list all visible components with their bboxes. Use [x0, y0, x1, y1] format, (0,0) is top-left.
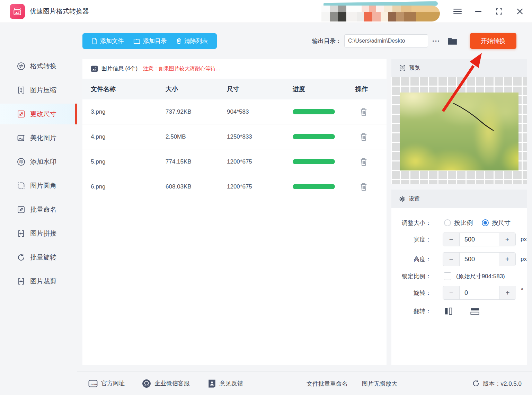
sidebar-item-batch-rename[interactable]: 批量命名 — [0, 199, 77, 220]
radio-by-size-circle[interactable] — [482, 219, 489, 226]
version-info[interactable]: 版本：v2.0.5.0 — [472, 379, 522, 387]
official-website-label: 官方网址 — [101, 379, 125, 387]
width-increment-button[interactable]: + — [499, 233, 515, 246]
delete-row-icon[interactable] — [360, 182, 368, 191]
resize-icon — [17, 109, 26, 119]
menu-icon[interactable] — [453, 7, 462, 16]
width-decrement-button[interactable]: − — [443, 233, 460, 246]
clear-list-button[interactable]: 清除列表 — [171, 33, 213, 49]
resize-mode-row: 调整大小： 按比例 按尺寸 — [399, 216, 527, 230]
sidebar-item-label: 批量命名 — [30, 205, 56, 214]
cell-filename: 6.png — [91, 183, 166, 190]
height-value[interactable]: 500 — [460, 253, 499, 266]
col-dimensions: 尺寸 — [227, 85, 293, 93]
col-filename: 文件名称 — [91, 85, 166, 93]
rounded-corner-icon — [17, 181, 26, 190]
browse-more-button[interactable]: ··· — [432, 37, 440, 45]
col-size: 大小 — [166, 85, 227, 93]
cell-dimensions: 1200*675 — [227, 158, 293, 165]
wechat-service-icon — [142, 379, 151, 388]
start-convert-button[interactable]: 开始转换 — [470, 33, 516, 49]
radio-by-size[interactable]: 按尺寸 — [482, 219, 511, 227]
sidebar-item-watermark[interactable]: 印 添加水印 — [0, 151, 77, 172]
maximize-icon[interactable] — [495, 7, 504, 16]
sidebar-item-stitch[interactable]: 图片拼接 — [0, 223, 77, 244]
height-row: 高度： − 500 + px — [399, 252, 527, 266]
flip-vertical-icon[interactable] — [469, 307, 481, 316]
height-increment-button[interactable]: + — [499, 253, 515, 266]
progress-bar — [293, 159, 335, 164]
table-row[interactable]: 4.png 2.50MB 1250*833 — [82, 124, 387, 149]
radio-by-ratio-circle[interactable] — [444, 219, 451, 226]
sidebar-item-beautify[interactable]: 美化图片 — [0, 128, 77, 148]
sidebar-item-batch-rotate[interactable]: 批量旋转 — [0, 247, 77, 268]
feedback-link[interactable]: 意见反馈 — [208, 379, 243, 388]
radio-by-ratio-label: 按比例 — [454, 219, 473, 227]
beautify-icon — [17, 133, 26, 142]
radio-by-ratio[interactable]: 按比例 — [444, 219, 473, 227]
width-value[interactable]: 500 — [460, 233, 499, 246]
rotate-stepper: − 0 + — [443, 286, 516, 300]
official-website-link[interactable]: .com 官方网址 — [88, 379, 125, 388]
height-decrement-button[interactable]: − — [443, 253, 460, 266]
clear-list-icon — [176, 38, 181, 44]
titlebar: 优速图片格式转换器 — [0, 0, 532, 23]
wechat-service-label: 企业微信客服 — [154, 379, 190, 387]
table-row[interactable]: 5.png 774.15KB 1200*675 — [82, 149, 387, 174]
delete-row-icon[interactable] — [360, 132, 368, 141]
minimize-icon[interactable] — [474, 7, 483, 16]
output-directory-input[interactable] — [344, 34, 428, 47]
original-size-hint: (原始尺寸904:583) — [456, 272, 505, 280]
rotate-decrement-button[interactable]: − — [443, 286, 460, 299]
sidebar-item-format-convert[interactable]: 格式转换 — [0, 56, 77, 77]
app-logo-icon — [10, 4, 25, 19]
cell-dimensions: 1200*675 — [227, 183, 293, 190]
resize-mode-label: 调整大小： — [399, 219, 431, 227]
svg-text:.com: .com — [90, 383, 97, 386]
rotate-value[interactable]: 0 — [460, 286, 499, 299]
flip-label: 翻转： — [399, 307, 431, 315]
rotate-increment-button[interactable]: + — [499, 286, 516, 299]
window-controls — [453, 0, 524, 23]
sidebar-item-label: 图片裁剪 — [30, 277, 56, 286]
add-file-label: 添加文件 — [100, 37, 124, 45]
width-label: 宽度： — [399, 236, 431, 244]
table-header: 文件名称 大小 尺寸 进度 操作 — [82, 79, 387, 99]
image-info-strip: 图片信息 (4个) 注意：如果图片较大请耐心等待... — [82, 59, 387, 79]
cell-dimensions: 1250*833 — [227, 133, 293, 140]
add-file-button[interactable]: 添加文件 — [87, 33, 128, 49]
rotate-label: 旋转： — [399, 289, 431, 297]
progress-bar — [293, 109, 335, 114]
add-directory-button[interactable]: 添加目录 — [128, 33, 171, 49]
delete-row-icon[interactable] — [360, 157, 368, 166]
lossless-enlarge-link[interactable]: 图片无损放大 — [362, 379, 397, 387]
open-folder-icon[interactable] — [447, 36, 458, 45]
sidebar-item-crop[interactable]: 图片裁剪 — [0, 271, 77, 292]
footer: .com 官方网址 企业微信客服 意见反馈 文件批量重命名 图片无损放大 — [77, 371, 532, 395]
radio-by-size-label: 按尺寸 — [492, 219, 511, 227]
rotate-row: 旋转： − 0 + ° — [399, 286, 527, 300]
wechat-service-link[interactable]: 企业微信客服 — [142, 379, 190, 388]
add-directory-label: 添加目录 — [143, 37, 167, 45]
flip-horizontal-icon[interactable] — [444, 306, 453, 316]
lock-ratio-row: 锁定比例： (原始尺寸904:583) — [399, 271, 527, 281]
sidebar-item-label: 格式转换 — [30, 62, 56, 71]
app-title: 优速图片格式转换器 — [30, 7, 89, 16]
sidebar-item-resize[interactable]: 更改尺寸 — [0, 104, 77, 124]
lock-ratio-checkbox[interactable] — [444, 272, 451, 280]
delete-row-icon[interactable] — [360, 107, 368, 116]
crop-icon — [17, 277, 26, 286]
sidebar-item-label: 图片拼接 — [30, 229, 56, 238]
sidebar-item-label: 添加水印 — [30, 157, 56, 166]
settings-title: 设置 — [409, 195, 420, 203]
sidebar-item-rounded-corner[interactable]: 图片圆角 — [0, 175, 77, 196]
sidebar-item-compress[interactable]: 图片压缩 — [0, 80, 77, 100]
table-row[interactable]: 3.png 737.92KB 904*583 — [82, 99, 387, 124]
sidebar-item-label: 美化图片 — [30, 133, 56, 142]
feedback-icon — [208, 379, 216, 388]
check-update-icon — [472, 380, 480, 387]
batch-rename-link[interactable]: 文件批量重命名 — [307, 379, 348, 387]
image-info-icon — [91, 65, 98, 72]
close-icon[interactable] — [515, 7, 524, 16]
table-row[interactable]: 6.png 608.03KB 1200*675 — [82, 174, 387, 199]
